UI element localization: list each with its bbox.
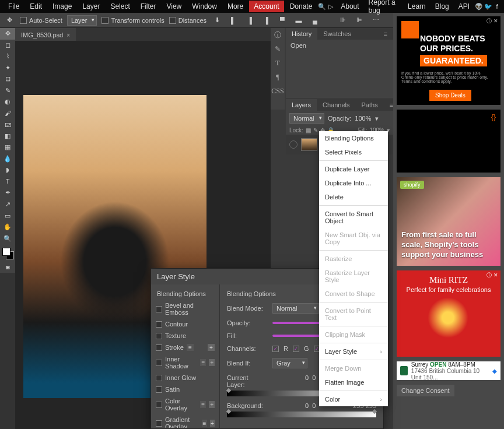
ctx-convert-to-smart-object[interactable]: Convert to Smart Object bbox=[319, 207, 388, 228]
menu-window[interactable]: Window bbox=[187, 1, 222, 12]
menu-image[interactable]: Image bbox=[48, 1, 76, 12]
opacity-dropdown-icon[interactable]: ▾ bbox=[375, 115, 379, 122]
link-about[interactable]: About bbox=[337, 1, 363, 12]
swatches-tab[interactable]: Swatches bbox=[317, 28, 357, 40]
menu-account[interactable]: Account bbox=[249, 1, 284, 12]
effect-satin[interactable]: Satin bbox=[151, 384, 219, 395]
wand-tool[interactable]: ✦ bbox=[0, 62, 15, 74]
effect-gradient-overlay[interactable]: Gradient Overlay≡+ bbox=[151, 414, 219, 428]
layers-tab[interactable]: Layers bbox=[286, 99, 317, 111]
effect-menu-icon[interactable]: ≡ bbox=[200, 359, 206, 366]
align-bottom-icon[interactable]: ▄ bbox=[309, 15, 321, 26]
effect-menu-icon[interactable]: ≡ bbox=[200, 401, 206, 408]
effect-stroke[interactable]: Stroke≡+ bbox=[151, 342, 219, 353]
align-center-icon[interactable]: ▐ bbox=[244, 15, 256, 26]
effect-add-icon[interactable]: + bbox=[208, 344, 215, 351]
effect-contour[interactable]: Contour bbox=[151, 318, 219, 330]
effects-heading[interactable]: Blending Options bbox=[151, 288, 219, 300]
ctx-color[interactable]: Color bbox=[319, 392, 388, 406]
link-blog[interactable]: Blog bbox=[431, 1, 453, 12]
effect-inner-glow[interactable]: Inner Glow bbox=[151, 372, 219, 384]
ad-ritz[interactable]: ⓘ ✕ Mini RITZ Perfect for family celebra… bbox=[397, 270, 501, 357]
history-item[interactable]: Open bbox=[286, 40, 393, 51]
effect-bevel-and-emboss[interactable]: Bevel and Emboss bbox=[151, 300, 219, 318]
ad-shopify[interactable]: shopify From first sale to fullscale, Sh… bbox=[397, 177, 501, 266]
ctx-duplicate-into-[interactable]: Duplicate Into ... bbox=[319, 176, 388, 190]
blur-tool[interactable]: 💧 bbox=[0, 153, 15, 165]
distances-checkbox[interactable]: Distances bbox=[169, 17, 206, 24]
auto-select-target[interactable]: Layer bbox=[67, 15, 97, 26]
ctx-delete[interactable]: Delete bbox=[319, 190, 388, 204]
quickmask-tool[interactable]: ◙ bbox=[0, 262, 15, 273]
menu-edit[interactable]: Edit bbox=[25, 1, 47, 12]
effect-menu-icon[interactable]: ≡ bbox=[202, 420, 206, 427]
channel-g-checkbox[interactable]: ✓ bbox=[293, 346, 299, 352]
info-icon[interactable]: ⓘ bbox=[271, 28, 285, 42]
link-learn[interactable]: Learn bbox=[404, 1, 430, 12]
move-tool[interactable]: ✥ bbox=[0, 28, 15, 40]
effect-color-overlay[interactable]: Color Overlay≡+ bbox=[151, 395, 219, 414]
zoom-tool[interactable]: 🔍 bbox=[0, 233, 15, 244]
auto-select-checkbox[interactable]: Auto-Select bbox=[20, 17, 62, 24]
marquee-tool[interactable]: ◻ bbox=[0, 40, 15, 51]
healing-tool[interactable]: ◐ bbox=[0, 96, 15, 108]
channel-r-checkbox[interactable]: ✓ bbox=[272, 346, 279, 352]
ad-close-icon[interactable]: ⓘ ✕ bbox=[487, 17, 498, 25]
hand-tool[interactable]: ✋ bbox=[0, 221, 15, 233]
dodge-tool[interactable]: ◗ bbox=[0, 164, 15, 176]
effect-add-icon[interactable]: + bbox=[209, 401, 215, 408]
lock-brush-icon[interactable]: ✎ bbox=[313, 127, 318, 133]
twitter-icon[interactable]: 🐦 bbox=[484, 2, 492, 11]
ad-home-depot[interactable]: ⓘ ✕ NOBODY BEATSOUR PRICES.GUARANTEED. I… bbox=[397, 16, 501, 105]
ctx-layer-style[interactable]: Layer Style bbox=[319, 344, 388, 358]
ctx-select-pixels[interactable]: Select Pixels bbox=[319, 145, 388, 159]
crop-tool[interactable]: ⊡ bbox=[0, 73, 15, 85]
lasso-tool[interactable]: ⌇ bbox=[0, 51, 15, 62]
align-right-icon[interactable]: ▐ bbox=[260, 15, 272, 26]
document-tab[interactable]: IMG_8530.psd× bbox=[15, 29, 76, 41]
path-tool[interactable]: ↗ bbox=[0, 199, 15, 210]
type-tool[interactable]: T bbox=[0, 176, 15, 188]
char-panel-icon[interactable]: T bbox=[271, 56, 285, 70]
distribute-v-icon[interactable]: ⊫ bbox=[354, 15, 365, 26]
gradient-tool[interactable]: ▦ bbox=[0, 142, 15, 153]
menu-layer[interactable]: Layer bbox=[78, 1, 104, 12]
ctx-blending-options[interactable]: Blending Options bbox=[319, 131, 388, 145]
blendif-dropdown[interactable]: Gray bbox=[272, 358, 307, 368]
eyedropper-tool[interactable]: ✎ bbox=[0, 85, 15, 97]
menu-donate[interactable]: Donate bbox=[285, 1, 317, 12]
local-listing[interactable]: Surrey OPEN 8AM–8PM17436 British Columbi… bbox=[397, 361, 501, 380]
ad-close-icon[interactable]: ⓘ ✕ bbox=[487, 272, 498, 279]
opacity-value[interactable]: 100% bbox=[355, 115, 371, 122]
menu-more[interactable]: More bbox=[223, 1, 248, 12]
menu-view[interactable]: View bbox=[162, 1, 186, 12]
channels-tab[interactable]: Channels bbox=[317, 99, 355, 111]
download-icon[interactable]: ⬇ bbox=[211, 15, 223, 26]
blend-mode-select[interactable]: Normal bbox=[289, 113, 324, 124]
play-icon[interactable]: ▷ bbox=[327, 2, 334, 11]
pen-tool[interactable]: ✒ bbox=[0, 187, 15, 199]
effect-add-icon[interactable]: + bbox=[209, 359, 215, 366]
align-left-icon[interactable]: ▌ bbox=[228, 15, 239, 26]
ctx-flatten-image[interactable]: Flatten Image bbox=[319, 375, 388, 389]
visibility-icon[interactable] bbox=[289, 140, 298, 149]
panel-menu-icon[interactable]: ≡ bbox=[378, 28, 393, 40]
effect-texture[interactable]: Texture bbox=[151, 330, 219, 342]
history-tab[interactable]: History bbox=[286, 28, 317, 40]
change-consent-button[interactable]: Change Consent bbox=[397, 385, 454, 396]
eraser-tool[interactable]: ◧ bbox=[0, 131, 15, 142]
search-icon[interactable]: 🔍 bbox=[318, 2, 326, 11]
menu-filter[interactable]: Filter bbox=[136, 1, 161, 12]
color-swatch[interactable] bbox=[2, 248, 13, 258]
align-middle-icon[interactable]: ▬ bbox=[293, 15, 304, 26]
facebook-icon[interactable]: f bbox=[494, 2, 501, 11]
lock-trans-icon[interactable]: ▦ bbox=[306, 127, 311, 133]
effect-menu-icon[interactable]: ≡ bbox=[187, 344, 194, 351]
effect-add-icon[interactable]: + bbox=[210, 420, 215, 427]
effect-inner-shadow[interactable]: Inner Shadow≡+ bbox=[151, 353, 219, 372]
menu-file[interactable]: File bbox=[4, 1, 24, 12]
align-top-icon[interactable]: ▀ bbox=[276, 15, 288, 26]
reddit-icon[interactable]: 👽 bbox=[475, 2, 483, 11]
ctx-duplicate-layer[interactable]: Duplicate Layer bbox=[319, 162, 388, 176]
stamp-tool[interactable]: 🖃 bbox=[0, 119, 15, 131]
